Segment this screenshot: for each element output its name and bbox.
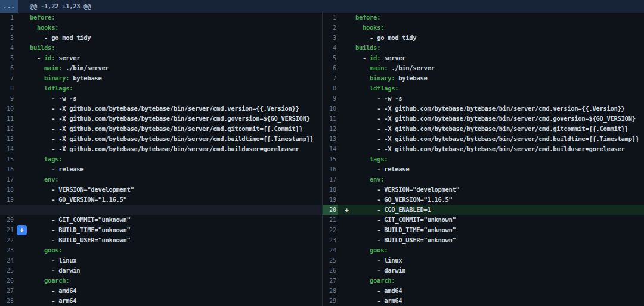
yaml-text-token — [30, 85, 44, 92]
line-number[interactable]: 21 — [0, 225, 16, 235]
line-number[interactable]: 10 — [323, 104, 338, 114]
code-line: hooks: — [30, 23, 322, 33]
diff-sign-column — [338, 63, 355, 73]
code-line: - -X github.com/bytebase/bytebase/bin/se… — [355, 124, 644, 134]
yaml-text-token: - VERSION="development" — [355, 186, 460, 193]
line-number[interactable]: 29 — [323, 296, 338, 306]
diff-row: 2 hooks: — [0, 23, 322, 33]
yaml-key-token: id: — [44, 54, 55, 61]
line-number[interactable]: 9 — [0, 93, 16, 104]
line-number[interactable]: 27 — [323, 276, 338, 286]
diff-row: 12 - -X github.com/bytebase/bytebase/bin… — [323, 124, 644, 134]
old-file-pane: 1before:2 hooks:3 - go mod tidy4builds:5… — [0, 13, 322, 306]
line-number[interactable]: 25 — [323, 255, 338, 266]
line-number[interactable]: 9 — [323, 93, 338, 104]
yaml-text-token: - GO_VERSION="1.16.5" — [355, 196, 453, 203]
line-number[interactable]: 11 — [0, 114, 16, 124]
line-number[interactable]: 23 — [0, 245, 16, 255]
yaml-text-token: - -X github.com/bytebase/bytebase/bin/se… — [30, 135, 314, 142]
yaml-key-token: main: — [44, 64, 62, 71]
yaml-key-token: before: — [355, 14, 380, 21]
yaml-key-token: builds: — [30, 44, 55, 51]
line-number[interactable]: 20 — [323, 205, 338, 215]
plus-icon: + — [20, 226, 24, 235]
line-number[interactable]: 22 — [0, 235, 16, 245]
line-number[interactable]: 6 — [0, 63, 16, 73]
add-comment-button[interactable]: + — [17, 225, 27, 235]
line-number[interactable]: 14 — [323, 144, 338, 154]
diff-row: 12 - -X github.com/bytebase/bytebase/bin… — [0, 124, 322, 134]
line-number[interactable]: 3 — [0, 33, 16, 43]
yaml-text-token: - -X github.com/bytebase/bytebase/bin/se… — [355, 105, 625, 112]
line-number[interactable]: 15 — [323, 154, 338, 164]
line-number[interactable]: 2 — [0, 23, 16, 33]
line-number[interactable]: 28 — [323, 286, 338, 296]
diff-sign-column — [16, 23, 30, 33]
line-number[interactable]: 8 — [323, 83, 338, 93]
line-number[interactable]: 24 — [0, 255, 16, 266]
code-line: main: ./bin/server — [355, 63, 644, 73]
diff-row: 23 - BUILD_USER="unknown" — [323, 235, 644, 245]
diff-row: 28 - amd64 — [323, 286, 644, 296]
yaml-text-token: - — [30, 54, 44, 61]
line-number[interactable]: 12 — [323, 124, 338, 134]
line-number[interactable]: 19 — [0, 195, 16, 205]
line-number[interactable]: 19 — [323, 195, 338, 205]
line-number[interactable]: 25 — [0, 266, 16, 276]
line-number[interactable]: 8 — [0, 83, 16, 93]
line-number[interactable]: 12 — [0, 124, 16, 134]
line-number[interactable]: 17 — [323, 174, 338, 185]
line-number[interactable]: 7 — [323, 73, 338, 83]
line-number[interactable]: 16 — [0, 164, 16, 174]
code-line: env: — [30, 174, 322, 185]
line-number[interactable]: 4 — [323, 43, 338, 53]
diff-sign-column — [16, 174, 30, 185]
code-line: - GIT_COMMIT="unknown" — [30, 215, 322, 225]
line-number[interactable]: 1 — [0, 13, 16, 23]
line-number[interactable]: 1 — [323, 13, 338, 23]
line-number[interactable]: 27 — [0, 286, 16, 296]
line-number[interactable]: 2 — [323, 23, 338, 33]
line-number[interactable]: 26 — [0, 276, 16, 286]
diff-panes: 1before:2 hooks:3 - go mod tidy4builds:5… — [0, 13, 644, 306]
diff-row: 5 - id: server — [0, 53, 322, 63]
line-number[interactable]: 13 — [323, 134, 338, 144]
line-number[interactable]: 10 — [0, 104, 16, 114]
line-number[interactable]: 5 — [0, 53, 16, 63]
diff-row: 15 tags: — [0, 154, 322, 164]
diff-sign-column — [338, 266, 355, 276]
line-number[interactable]: 11 — [323, 114, 338, 124]
code-line: before: — [30, 13, 322, 23]
line-number[interactable]: 26 — [323, 266, 338, 276]
code-line: binary: bytebase — [30, 73, 322, 83]
yaml-text-token — [30, 74, 44, 82]
line-number[interactable]: 18 — [323, 185, 338, 195]
diff-row: 22 - BUILD_TIME="unknown" — [323, 225, 644, 235]
line-number[interactable]: 13 — [0, 134, 16, 144]
line-number[interactable]: 7 — [0, 73, 16, 83]
line-number[interactable]: 28 — [0, 296, 16, 306]
line-number[interactable]: 3 — [323, 33, 338, 43]
yaml-text-token: - -w -s — [30, 95, 76, 102]
line-number[interactable]: 6 — [323, 63, 338, 73]
diff-sign-column — [338, 235, 355, 245]
yaml-text-token: - -X github.com/bytebase/bytebase/bin/se… — [30, 115, 310, 122]
diff-row: 17 env: — [0, 174, 322, 185]
line-number[interactable]: 17 — [0, 174, 16, 185]
line-number[interactable]: 20 — [0, 215, 16, 225]
diff-sign-column — [16, 296, 30, 306]
line-number[interactable]: 24 — [323, 245, 338, 255]
line-number[interactable]: 21 — [323, 215, 338, 225]
yaml-text-token — [30, 24, 37, 31]
line-number[interactable]: 23 — [323, 235, 338, 245]
line-number[interactable]: 22 — [323, 225, 338, 235]
code-line: - GIT_COMMIT="unknown" — [355, 215, 644, 225]
line-number[interactable]: 18 — [0, 185, 16, 195]
line-number[interactable]: 15 — [0, 154, 16, 164]
expand-hunk-button[interactable]: ... — [0, 0, 18, 13]
line-number[interactable]: 16 — [323, 164, 338, 174]
diff-row: 7 binary: bytebase — [323, 73, 644, 83]
line-number[interactable]: 14 — [0, 144, 16, 154]
line-number[interactable]: 4 — [0, 43, 16, 53]
line-number[interactable]: 5 — [323, 53, 338, 63]
